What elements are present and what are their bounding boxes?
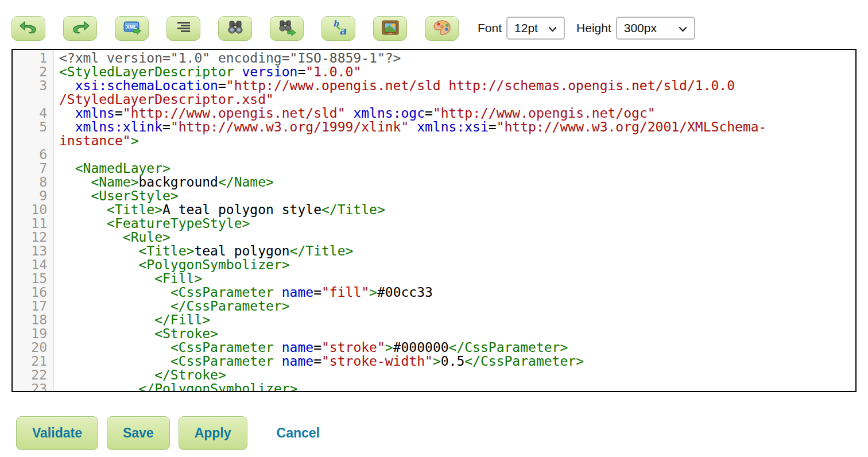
code-row: 16 <CssParameter name="fill">#00cc33 xyxy=(13,285,855,299)
line-number: 4 xyxy=(13,106,54,120)
insert-image-button[interactable] xyxy=(373,16,407,41)
line-number xyxy=(13,92,54,106)
font-size-select[interactable]: 12pt xyxy=(506,17,565,40)
format-xml-button[interactable]: XML xyxy=(115,16,149,41)
code-row: 15 <Fill> xyxy=(13,272,855,285)
redo-icon xyxy=(71,20,90,37)
line-number: 15 xyxy=(13,272,54,285)
code-line: <Title>teal polygon</Title> xyxy=(54,244,353,258)
code-line: xmlns="http://www.opengis.net/sld" xmlns… xyxy=(54,106,656,120)
code-line: xsi:schemaLocation="http://www.opengis.n… xyxy=(54,79,735,92)
code-line xyxy=(54,148,59,161)
code-row: 17 </CssParameter> xyxy=(13,299,855,313)
code-line: </Fill> xyxy=(54,313,210,327)
editor-height-value: 300px xyxy=(624,21,657,35)
find-next-binoculars-arrow-icon xyxy=(277,20,297,37)
line-number: 20 xyxy=(13,340,54,354)
undo-button[interactable] xyxy=(11,16,45,41)
code-row: instance"> xyxy=(13,134,855,148)
line-number xyxy=(13,134,54,148)
replace-button[interactable]: b a xyxy=(321,16,355,41)
editor-height-select[interactable]: 300px xyxy=(616,17,695,40)
insert-image-icon xyxy=(381,20,400,37)
line-number: 19 xyxy=(13,327,54,340)
line-number: 7 xyxy=(13,161,54,175)
line-number: 22 xyxy=(13,368,54,382)
code-line: </Stroke> xyxy=(54,368,226,382)
chevron-down-icon xyxy=(679,21,687,35)
code-row: 10 <Title>A teal polygon style</Title> xyxy=(13,203,855,216)
code-row: 18 </Fill> xyxy=(13,313,855,327)
line-number: 12 xyxy=(13,230,54,244)
code-row: 23 </PolygonSymbolizer> xyxy=(13,382,855,392)
editor-rows: 1<?xml version="1.0" encoding="ISO-8859-… xyxy=(13,51,855,392)
validate-button[interactable]: Validate xyxy=(16,416,98,450)
find-binoculars-icon xyxy=(226,20,245,37)
reformat-lines-icon xyxy=(175,20,192,37)
line-number: 16 xyxy=(13,285,54,299)
line-number: 10 xyxy=(13,203,54,216)
line-number: 21 xyxy=(13,354,54,368)
svg-text:a: a xyxy=(339,24,347,36)
code-row: 4 xmlns="http://www.opengis.net/sld" xml… xyxy=(13,106,855,120)
code-row: 14 <PolygonSymbolizer> xyxy=(13,258,855,272)
save-button[interactable]: Save xyxy=(107,416,170,450)
code-row: /StyledLayerDescriptor.xsd" xyxy=(13,92,855,106)
font-size-value: 12pt xyxy=(514,21,538,35)
line-number: 5 xyxy=(13,120,54,134)
line-number: 1 xyxy=(13,51,54,65)
cancel-link[interactable]: Cancel xyxy=(277,425,320,441)
line-number: 9 xyxy=(13,189,54,203)
line-number: 13 xyxy=(13,244,54,258)
code-row: 19 <Stroke> xyxy=(13,327,855,340)
code-row: 22 </Stroke> xyxy=(13,368,855,382)
code-line: </PolygonSymbolizer> xyxy=(54,382,297,392)
code-line: /StyledLayerDescriptor.xsd" xyxy=(54,92,274,106)
actions-bar: Validate Save Apply Cancel xyxy=(0,392,868,450)
chevron-down-icon xyxy=(548,21,557,35)
code-line: <Name>background</Name> xyxy=(54,175,274,189)
code-line: </CssParameter> xyxy=(54,299,290,313)
code-row: 7 <NamedLayer> xyxy=(13,161,855,175)
code-line: instance"> xyxy=(54,134,138,148)
code-line: <Fill> xyxy=(54,272,202,285)
line-number: 23 xyxy=(13,382,54,392)
sld-code-editor[interactable]: 1<?xml version="1.0" encoding="ISO-8859-… xyxy=(11,49,857,392)
line-number: 18 xyxy=(13,313,54,327)
code-line: <NamedLayer> xyxy=(54,161,170,175)
code-line: <StyledLayerDescriptor version="1.0.0" xyxy=(54,65,361,79)
code-row: 3 xsi:schemaLocation="http://www.opengis… xyxy=(13,79,855,92)
find-button[interactable] xyxy=(218,16,252,41)
xml-arrow-icon: XML xyxy=(122,20,142,37)
code-line: <Rule> xyxy=(54,230,170,244)
color-picker-button[interactable] xyxy=(425,16,459,41)
reformat-button[interactable] xyxy=(166,16,200,41)
line-number: 6 xyxy=(13,148,54,161)
line-number: 2 xyxy=(13,65,54,79)
line-number: 8 xyxy=(13,175,54,189)
code-row: 11 <FeatureTypeStyle> xyxy=(13,216,855,230)
code-line: <Title>A teal polygon style</Title> xyxy=(54,203,385,216)
code-row: 6 xyxy=(13,148,855,161)
code-row: 13 <Title>teal polygon</Title> xyxy=(13,244,855,258)
code-row: 21 <CssParameter name="stroke-width">0.5… xyxy=(13,354,855,368)
find-next-button[interactable] xyxy=(270,16,304,41)
code-row: 5 xmlns:xlink="http://www.w3.org/1999/xl… xyxy=(13,120,855,134)
font-label: Font xyxy=(478,21,502,35)
code-line: <UserStyle> xyxy=(54,189,179,203)
editor-toolbar: XML xyxy=(0,0,868,41)
line-number: 14 xyxy=(13,258,54,272)
code-line: <CssParameter name="fill">#00cc33 xyxy=(54,285,433,299)
code-line: <PolygonSymbolizer> xyxy=(54,258,290,272)
code-line: <Stroke> xyxy=(54,327,218,340)
code-line: <FeatureTypeStyle> xyxy=(54,216,250,230)
apply-button[interactable]: Apply xyxy=(179,416,247,450)
redo-button[interactable] xyxy=(63,16,97,41)
height-label: Height xyxy=(576,21,611,35)
undo-icon xyxy=(19,20,38,37)
code-line: xmlns:xlink="http://www.w3.org/1999/xlin… xyxy=(54,120,766,134)
code-line: <CssParameter name="stroke-width">0.5</C… xyxy=(54,354,584,368)
code-line: <CssParameter name="stroke">#000000</Css… xyxy=(54,340,568,354)
code-row: 1<?xml version="1.0" encoding="ISO-8859-… xyxy=(13,51,855,65)
code-row: 2<StyledLayerDescriptor version="1.0.0" xyxy=(13,65,855,79)
